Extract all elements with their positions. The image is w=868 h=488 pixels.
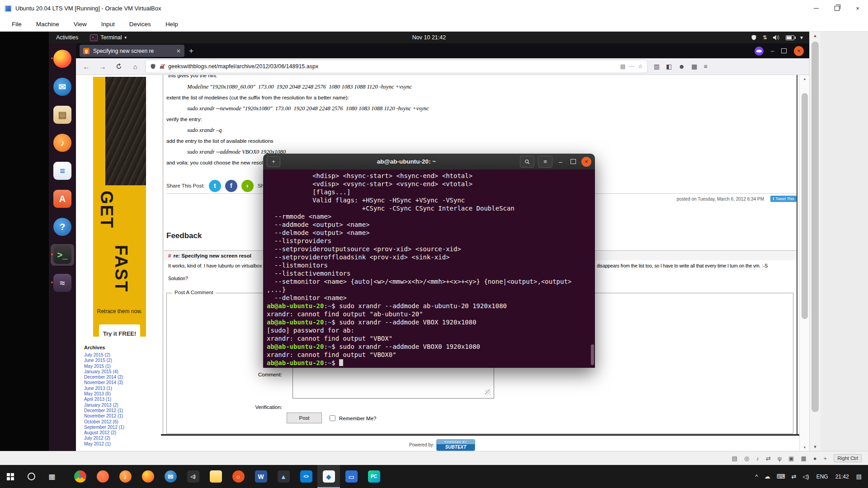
dock-item-rhythmbox[interactable]: ♪ (51, 132, 74, 154)
audio-icon[interactable]: ♪ (756, 455, 759, 462)
menu-view[interactable]: View (66, 17, 94, 31)
archive-link[interactable]: December 2012 (1) (84, 408, 156, 413)
archive-link[interactable]: November 2012 (1) (84, 413, 156, 419)
keyboard-icon[interactable]: ⌨ (777, 473, 785, 480)
newsvine-icon[interactable]: ◗ (241, 180, 254, 192)
taskbar-remote-desktop-button[interactable]: ▭ (340, 465, 363, 488)
terminal-close-button[interactable]: × (581, 157, 591, 167)
menu-machine[interactable]: Machine (29, 17, 66, 31)
usb-icon[interactable]: ψ (778, 455, 782, 462)
scroll-down-arrow-icon[interactable]: ▼ (800, 444, 809, 451)
scrollbar-thumb[interactable] (802, 93, 808, 319)
library-icon[interactable]: ▥ (654, 63, 660, 70)
bookmark-star-icon[interactable]: ☆ (638, 63, 643, 70)
archive-link[interactable]: July 2015 (2) (84, 352, 156, 358)
terminal-menu-button[interactable]: ≡ (538, 156, 552, 168)
archive-link[interactable]: January 2013 (2) (84, 403, 156, 408)
sidebar-ad[interactable]: GET FAST Retrace them now. Try it FREE! (93, 77, 146, 337)
dock-item-help[interactable]: ? (51, 216, 74, 238)
mouse-integration-icon[interactable]: + (824, 455, 827, 462)
activities-button[interactable]: Activities (49, 32, 85, 43)
dock-item-system-monitor[interactable]: ≈ (51, 272, 74, 294)
optical-disc-icon[interactable]: ◎ (744, 455, 749, 462)
archive-link[interactable]: May 2012 (1) (84, 441, 156, 447)
taskbar-rhythmbox-button[interactable]: ♪ (114, 465, 137, 488)
terminal-minimize-button[interactable]: – (556, 158, 565, 165)
ad-cta-button[interactable]: Try it FREE! (99, 324, 140, 337)
taskbar-clock[interactable]: 21:42 (835, 474, 849, 480)
terminal-maximize-button[interactable] (571, 159, 576, 164)
archive-link[interactable]: June 2013 (1) (84, 386, 156, 391)
archive-link[interactable]: May 2015 (1) (84, 364, 156, 369)
tweet-this-button[interactable]: t Tweet This (770, 196, 797, 202)
scrollbar-thumb[interactable] (811, 42, 819, 412)
menu-help[interactable]: Help (158, 17, 185, 31)
task-view-button[interactable]: ▦ (42, 465, 62, 488)
firefox-maximize-button[interactable] (781, 48, 787, 53)
terminal-body[interactable]: <hdisp> <hsync-start> <hsync-end> <htota… (263, 170, 595, 368)
archive-link[interactable]: May 2013 (6) (84, 391, 156, 397)
menu-input[interactable]: Input (94, 17, 122, 31)
taskbar-vscode-button[interactable]: <> (295, 465, 317, 488)
comment-permalink[interactable]: # (168, 253, 171, 258)
scroll-down-arrow-icon[interactable]: ▼ (810, 443, 821, 451)
tray-expand-icon[interactable]: ^ (755, 473, 758, 480)
dock-item-thunderbird[interactable]: ✉ (51, 76, 74, 98)
archive-link[interactable]: December 2014 (2) (84, 375, 156, 380)
scroll-up-arrow-icon[interactable]: ▲ (810, 32, 821, 40)
archive-link[interactable]: January 2015 (4) (84, 369, 156, 375)
dock-item-libreoffice-writer[interactable]: ≡ (51, 160, 74, 182)
volume-icon[interactable]: ◁) (802, 473, 809, 480)
page-actions-icon[interactable]: ⋯ (629, 63, 634, 70)
action-center-icon[interactable]: ▤ (856, 473, 862, 480)
twitter-icon[interactable]: t (209, 180, 221, 192)
new-tab-button[interactable]: + (189, 47, 193, 56)
language-indicator[interactable]: ENG (816, 474, 828, 480)
archive-link[interactable]: June 2015 (2) (84, 358, 156, 363)
remember-me-checkbox[interactable] (330, 415, 335, 421)
ubuntu-system-tray[interactable]: ⇅ ▾ (751, 34, 809, 41)
url-bar[interactable]: geekswithblogs.net/mapfel/archive/2012/0… (146, 60, 647, 73)
home-button[interactable]: ⌂ (129, 61, 141, 72)
dock-item-ubuntu-software[interactable]: A (51, 188, 74, 210)
network-icon[interactable]: ⇄ (791, 473, 796, 480)
archive-link[interactable]: October 2012 (6) (84, 419, 156, 425)
taskbar-word-button[interactable]: W (250, 465, 272, 488)
insecure-lock-icon[interactable] (160, 64, 165, 69)
back-button[interactable]: ← (80, 61, 92, 72)
post-button[interactable]: Post (287, 413, 322, 423)
taskbar-audio-player-button[interactable]: ◁) (182, 465, 204, 488)
sidebar-icon[interactable]: ◧ (666, 63, 672, 70)
host-restore-button[interactable] (826, 0, 847, 17)
account-icon[interactable]: ☻ (678, 63, 685, 70)
archive-link[interactable]: April 2013 (1) (84, 397, 156, 402)
taskbar-firefox-button[interactable] (137, 465, 159, 488)
shared-folders-icon[interactable]: ▣ (788, 455, 794, 462)
onedrive-icon[interactable]: ☁ (764, 473, 770, 480)
firefox-close-button[interactable]: × (794, 46, 804, 56)
archive-link[interactable]: September 2012 (1) (84, 425, 156, 430)
terminal-search-button[interactable] (520, 156, 534, 168)
taskbar-brave-button[interactable] (91, 465, 114, 488)
menu-icon[interactable]: ≡ (703, 63, 707, 70)
scrollbar-thumb[interactable] (591, 344, 594, 365)
hdd-icon[interactable]: ▤ (732, 455, 737, 462)
url-text[interactable]: geekswithblogs.net/mapfel/archive/2012/0… (168, 63, 617, 70)
taskbar-ubuntu-button[interactable]: ○ (227, 465, 250, 488)
archive-link[interactable]: July 2012 (2) (84, 436, 156, 441)
display-icon[interactable]: ▦ (801, 455, 806, 462)
scroll-up-arrow-icon[interactable]: ▲ (800, 75, 809, 82)
taskbar-photo-viewer-button[interactable]: ▲ (272, 465, 295, 488)
reader-view-icon[interactable]: ▤ (620, 63, 625, 70)
start-button[interactable] (0, 465, 21, 488)
app-menu[interactable]: >_ Terminal ▾ (85, 32, 131, 43)
dock-item-terminal[interactable]: >_ (51, 244, 74, 266)
taskbar-file-explorer-button[interactable] (204, 465, 227, 488)
page-scrollbar[interactable]: ▲ ▼ (799, 75, 809, 451)
menu-file[interactable]: File (5, 17, 29, 31)
host-minimize-button[interactable] (806, 0, 826, 17)
virtualbox-vertical-scrollbar[interactable]: ▲ ▼ (809, 32, 821, 451)
terminal-titlebar[interactable]: + ab@ab-ubuntu-20: ~ ≡ – × (263, 154, 595, 170)
dock-item-firefox[interactable] (51, 48, 74, 70)
taskbar-chrome-button[interactable]: ● (69, 465, 91, 488)
